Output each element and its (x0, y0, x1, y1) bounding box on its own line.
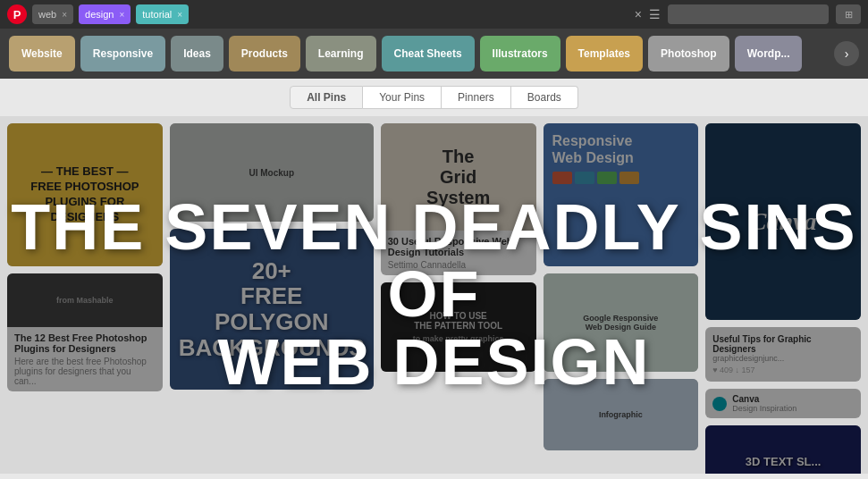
nav-next-arrow[interactable]: › (834, 41, 859, 66)
pin-card[interactable]: 3D TEXT SL... (705, 425, 861, 474)
category-nav: Website Responsive Ideas Products Learni… (0, 29, 868, 79)
pin-card[interactable]: Canva (705, 123, 861, 320)
cat-photoshop[interactable]: Photoshop (648, 36, 729, 71)
cat-wordpress[interactable]: Wordp... (735, 36, 803, 71)
pin-card[interactable]: Useful Tips for Graphic Designers graphi… (705, 327, 861, 382)
pin-col-3: TheGridSystem 30 Useful Responsive Web D… (381, 123, 536, 474)
cat-templates[interactable]: Templates (566, 36, 643, 71)
cat-responsive[interactable]: Responsive (80, 36, 165, 71)
pin-card[interactable]: Canva Design Inspiration (705, 389, 861, 418)
tag-web-close[interactable]: × (62, 10, 67, 20)
pin-col-2: UI Mockup 20+FREEPOLYGONBACKGROUNDS (170, 123, 374, 474)
pin-col-4: ResponsiveWeb Design Google ResponsiveWe… (544, 123, 699, 474)
filter-pinners[interactable]: Pinners (442, 86, 511, 109)
filter-boards[interactable]: Boards (511, 86, 578, 109)
tag-design-close[interactable]: × (119, 10, 124, 20)
pin-card[interactable]: TheGridSystem 30 Useful Responsive Web D… (381, 123, 536, 275)
cat-ideas[interactable]: Ideas (171, 36, 223, 71)
filter-bar: All Pins Your Pins Pinners Boards (0, 79, 868, 116)
cat-learning[interactable]: Learning (306, 36, 376, 71)
pin-card[interactable]: UI Mockup (170, 123, 374, 222)
tag-design[interactable]: design × (79, 4, 131, 24)
top-bar-actions: × ☰ ⊞ (635, 4, 861, 24)
cat-cheatsheets[interactable]: Cheat Sheets (382, 36, 475, 71)
pin-col-5: Canva Useful Tips for Graphic Designers … (705, 123, 861, 474)
tag-web[interactable]: web × (32, 4, 73, 24)
top-bar: P web × design × tutorial × × ☰ ⊞ (0, 0, 868, 29)
cat-illustrators[interactable]: Illustrators (480, 36, 560, 71)
pin-card[interactable]: 20+FREEPOLYGONBACKGROUNDS (170, 229, 374, 390)
close-icon[interactable]: × (635, 7, 642, 21)
pin-col-1: — THE BEST —FREE PHOTOSHOPPLUGINS FORDES… (7, 123, 163, 474)
tag-tutorial-close[interactable]: × (177, 10, 182, 20)
pin-grid: — THE BEST —FREE PHOTOSHOPPLUGINS FORDES… (0, 116, 868, 474)
pinterest-logo[interactable]: P (7, 4, 27, 24)
cat-website[interactable]: Website (9, 36, 75, 71)
content-area: — THE BEST —FREE PHOTOSHOPPLUGINS FORDES… (0, 116, 868, 474)
search-bar[interactable] (668, 4, 829, 24)
pin-card[interactable]: — THE BEST —FREE PHOTOSHOPPLUGINS FORDES… (7, 123, 163, 266)
tag-tutorial[interactable]: tutorial × (136, 4, 189, 24)
pin-card[interactable]: from Mashable The 12 Best Free Photoshop… (7, 273, 163, 391)
filter-yourpins[interactable]: Your Pins (363, 86, 442, 109)
filter-allpins[interactable]: All Pins (290, 86, 363, 109)
notification-icon[interactable]: ⊞ (836, 4, 861, 24)
pin-card[interactable]: Infographic (544, 379, 699, 450)
menu-icon[interactable]: ☰ (649, 7, 661, 21)
pin-card[interactable]: Google ResponsiveWeb Design Guide (544, 273, 699, 372)
cat-products[interactable]: Products (229, 36, 300, 71)
pin-card[interactable]: ResponsiveWeb Design (544, 123, 699, 266)
pin-card[interactable]: HOW TO USETHE PATTERN TOOL to make prett… (381, 282, 536, 372)
